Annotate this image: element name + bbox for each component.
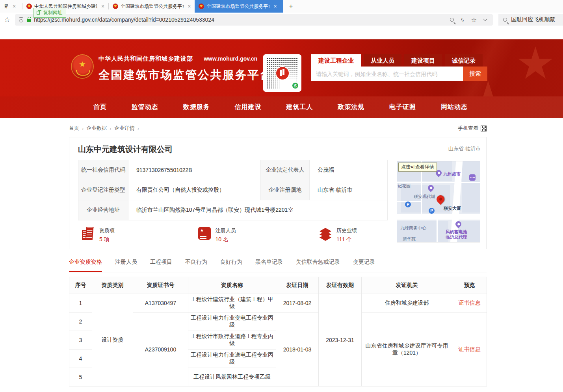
ministry-name: 中华人民共和国住房和城乡建设部 [98, 55, 193, 62]
stat-history-performance[interactable]: 历史业绩 111 个 [319, 227, 357, 243]
search-category-tabs: 建设工程企业 从业人员 建设项目 诚信记录 [311, 54, 487, 67]
map-label-jiufeng: 九峰商务中心 [400, 225, 426, 231]
tab-bad-behavior[interactable]: 不良行为 [185, 259, 207, 272]
address-bar[interactable]: https://jzsc.mohurd.gov.cn/data/company/… [15, 14, 493, 26]
tab-blacklist[interactable]: 黑名单记录 [255, 259, 283, 272]
breadcrumb-home[interactable]: 首页 [69, 125, 79, 132]
qr-center-logo [275, 66, 290, 80]
row-no: 4 [69, 349, 92, 368]
nav-item-site-news[interactable]: 网站动态 [441, 103, 468, 111]
trending-search-text[interactable]: 国航回应飞机颠簸 [511, 16, 555, 23]
breadcrumb-company-detail[interactable]: 企业详情 [114, 125, 135, 132]
breadcrumb-company-data[interactable]: 企业数据 [86, 125, 107, 132]
tab-change-records[interactable]: 变更记录 [353, 259, 375, 272]
chevron-separator: › [82, 126, 84, 131]
search-tab-enterprise[interactable]: 建设工程企业 [311, 54, 361, 67]
page-top-gap [0, 27, 563, 39]
company-card: 山东中元建筑设计有限公司 山东省-临沂市 统一社会信用代码 9137130267… [69, 137, 487, 249]
map-label-lianan-tower: 联安大厦 [444, 205, 461, 211]
table-header-row: 序号 资质类别 资质证书号 资质名称 发证日期 发证有效期 发证机关 预览 [69, 277, 487, 294]
reg-region-label: 企业注册属地 [261, 180, 310, 200]
search-tab-personnel[interactable]: 从业人员 [364, 54, 401, 67]
col-header-cert-no: 资质证书号 [133, 277, 188, 294]
browser-search-box[interactable]: 国航回应飞机颠簸 [498, 14, 563, 26]
close-icon[interactable]: × [273, 3, 277, 9]
map-label-battery-2: 临沂总代理 [446, 234, 467, 240]
ministry-url: www.mohurd.gov.cn [204, 55, 257, 62]
qualification-name: 工程设计市政行业道路工程专业丙级 [188, 331, 276, 349]
qr-code: S [263, 54, 301, 92]
browser-tab-active[interactable]: 全国建筑市场监管公共服务平台 × [195, 0, 283, 13]
url-text[interactable]: https://jzsc.mohurd.gov.cn/data/company/… [34, 17, 450, 23]
validity-date: 2023-12-31 [319, 294, 362, 386]
tab-title: 全国建筑市场监管公共服务平台 [121, 3, 184, 10]
bookmark-star-icon[interactable]: ☆ [4, 15, 10, 24]
map-tooltip: 点击可查看详情 [398, 163, 437, 172]
certificate-info-link[interactable]: 证书信息 [459, 346, 481, 352]
certificate-info-link[interactable]: 证书信息 [459, 300, 481, 306]
tab-good-behavior[interactable]: 良好行为 [220, 259, 242, 272]
nav-item-home[interactable]: 首页 [93, 103, 107, 111]
favorite-icon[interactable]: ☆ [471, 16, 477, 24]
nav-item-policy[interactable]: 政策法规 [338, 103, 364, 111]
site-favicon-icon [113, 4, 118, 9]
close-icon[interactable]: × [188, 3, 191, 9]
nav-item-workers[interactable]: 建筑工人 [286, 103, 313, 111]
nav-item-data-service[interactable]: 数据服务 [183, 103, 210, 111]
close-icon[interactable]: × [13, 3, 16, 9]
chevron-down-icon[interactable] [483, 17, 487, 21]
new-tab-button[interactable]: + [283, 0, 298, 13]
location-map[interactable]: 点击可查看详情 九州超市 ATM 记花园 联安现代城 P P 联安大厦 九峰商务… [397, 161, 480, 242]
search-tab-credit[interactable]: 诚信记录 [445, 54, 483, 67]
nav-item-supervision[interactable]: 监管动态 [132, 103, 158, 111]
search-button[interactable]: 搜索 [463, 67, 487, 81]
table-row: 企业登记注册类型 有限责任公司（自然人投资或控股） 企业注册属地 山东省-临沂市 [78, 180, 388, 200]
stat-value: 111 个 [336, 236, 357, 243]
close-icon[interactable]: × [101, 3, 104, 9]
nav-item-credit[interactable]: 信用建设 [235, 103, 262, 111]
header-search-module: 建设工程企业 从业人员 建设项目 诚信记录 搜索 [311, 54, 487, 81]
site-title: 全国建筑市场监管公共服务平台 [98, 67, 272, 83]
zoom-out-icon[interactable] [450, 18, 454, 22]
legal-rep-label: 企业法定代表人 [261, 160, 310, 180]
site-favicon-icon [199, 4, 204, 9]
tab-title: 全国建筑市场监管公共服务平台 [206, 3, 269, 10]
tab-qualifications[interactable]: 企业资质资格 [69, 259, 102, 272]
site-favicon-icon [26, 4, 32, 9]
col-header-validity: 发证有效期 [319, 277, 362, 294]
lightning-icon[interactable]: ϟ [461, 17, 464, 23]
col-header-no: 序号 [69, 277, 92, 294]
browser-tab-jzsc[interactable]: 全国建筑市场监管公共服务平台 × [109, 0, 195, 13]
mobile-view[interactable]: 手机查看 [458, 125, 487, 132]
keyword-search-input[interactable] [311, 67, 463, 81]
issuing-authority: 山东省住房和城乡建设厅许可专用章（1201） [362, 312, 452, 386]
secure-lock-icon [27, 19, 31, 22]
map-label-garden: 记花园 [398, 183, 411, 189]
qualification-name: 工程设计电力行业变电工程专业丙级 [188, 312, 276, 331]
tab-registered-personnel[interactable]: 注册人员 [115, 259, 137, 272]
site-header: ★ 中华人民共和国住房和城乡建设部 www.mohurd.gov.cn 全国建筑… [0, 39, 563, 96]
qualification-name: 工程设计电力行业送电工程专业丙级 [188, 349, 276, 368]
browser-tab-strip: 界 × 中华人民共和国住房和城乡建设 × 全国建筑市场监管公共服务平台 × 全国… [0, 0, 563, 13]
qr-code-icon[interactable] [481, 126, 487, 131]
address-label: 企业经营地址 [78, 200, 128, 220]
tab-projects[interactable]: 工程项目 [150, 259, 172, 272]
col-header-name: 资质名称 [188, 277, 276, 294]
legal-rep-value: 公茂福 [310, 160, 388, 180]
qualification-category: 设计资质 [92, 294, 133, 386]
issue-date: 2017-08-02 [276, 294, 319, 312]
nav-item-e-license[interactable]: 电子证照 [389, 103, 416, 111]
stat-registered-personnel[interactable]: 注册人员 10 名 [198, 227, 236, 243]
browser-tab-partial[interactable]: 界 × [0, 0, 22, 13]
cert-no: A137030497 [133, 294, 188, 312]
stat-qualifications[interactable]: 资质项 5 项 [81, 227, 115, 243]
parking-icon: P [405, 202, 411, 207]
browser-toolbar: ☆ https://jzsc.mohurd.gov.cn/data/compan… [0, 13, 563, 27]
stat-label: 注册人员 [216, 227, 236, 234]
shield-icon[interactable] [19, 17, 23, 22]
reg-region-value: 山东省-临沂市 [310, 180, 388, 200]
table-row: 统一社会信用代码 91371302675501022B 企业法定代表人 公茂福 [78, 160, 388, 180]
search-tab-project[interactable]: 建设项目 [404, 54, 442, 67]
search-icon [503, 18, 507, 22]
tab-dishonesty-records[interactable]: 失信联合惩戒记录 [296, 259, 340, 272]
